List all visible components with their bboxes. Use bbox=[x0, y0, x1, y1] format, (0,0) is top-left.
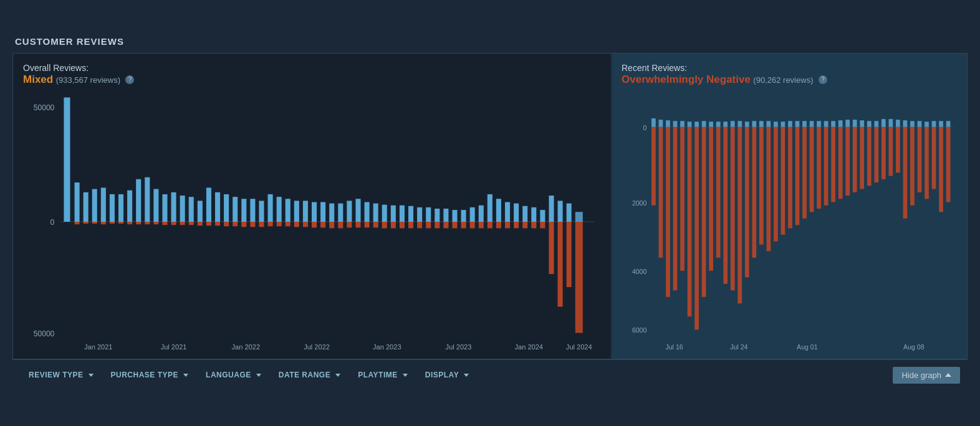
svg-rect-94 bbox=[347, 222, 352, 227]
svg-rect-185 bbox=[716, 126, 721, 257]
overall-count: (933,567 reviews) bbox=[56, 75, 120, 85]
svg-rect-19 bbox=[198, 201, 203, 222]
svg-rect-91 bbox=[320, 222, 325, 227]
svg-rect-209 bbox=[888, 126, 893, 176]
recent-score: Overwhelmingly Negative bbox=[622, 73, 751, 85]
svg-rect-74 bbox=[171, 222, 176, 225]
hide-graph-button[interactable]: Hide graph bbox=[893, 367, 960, 384]
svg-rect-156 bbox=[810, 121, 814, 126]
display-label: DISPLAY bbox=[425, 371, 459, 379]
svg-rect-114 bbox=[522, 222, 527, 229]
svg-rect-188 bbox=[737, 126, 742, 303]
svg-rect-215 bbox=[932, 126, 936, 189]
svg-rect-208 bbox=[882, 126, 886, 179]
svg-rect-61 bbox=[567, 203, 572, 221]
svg-rect-211 bbox=[903, 126, 908, 218]
svg-text:Jul 2022: Jul 2022 bbox=[304, 343, 330, 350]
svg-rect-187 bbox=[731, 126, 735, 290]
svg-rect-120 bbox=[575, 222, 583, 333]
right-chart-area: 0 2000 4000 6000 bbox=[622, 91, 957, 353]
svg-rect-137 bbox=[673, 121, 678, 126]
svg-rect-68 bbox=[118, 222, 123, 224]
svg-rect-169 bbox=[903, 120, 908, 127]
purchase-type-label: PURCHASE TYPE bbox=[111, 371, 179, 379]
svg-rect-80 bbox=[224, 222, 229, 226]
svg-text:Jan 2024: Jan 2024 bbox=[515, 343, 543, 350]
svg-rect-141 bbox=[702, 121, 706, 126]
playtime-filter[interactable]: PLAYTIME bbox=[349, 366, 416, 384]
svg-rect-98 bbox=[382, 222, 387, 229]
svg-rect-92 bbox=[329, 222, 334, 229]
svg-text:Jul 24: Jul 24 bbox=[730, 343, 747, 351]
svg-rect-107 bbox=[461, 222, 466, 229]
svg-rect-111 bbox=[496, 222, 501, 229]
svg-rect-78 bbox=[206, 222, 211, 225]
svg-rect-151 bbox=[774, 121, 778, 126]
review-type-label: REVIEW TYPE bbox=[29, 371, 84, 379]
language-chevron bbox=[256, 374, 261, 377]
svg-rect-178 bbox=[666, 126, 670, 296]
svg-rect-108 bbox=[470, 222, 475, 229]
svg-rect-66 bbox=[101, 222, 106, 224]
svg-rect-62 bbox=[575, 212, 583, 222]
svg-rect-86 bbox=[277, 222, 282, 226]
svg-rect-11 bbox=[127, 190, 132, 221]
recent-count: (90,262 reviews) bbox=[753, 75, 813, 85]
recent-help-icon[interactable]: ? bbox=[819, 75, 827, 84]
svg-rect-69 bbox=[127, 222, 132, 224]
svg-rect-20 bbox=[206, 187, 211, 222]
svg-rect-110 bbox=[488, 222, 492, 229]
svg-rect-33 bbox=[320, 202, 325, 222]
svg-rect-142 bbox=[709, 121, 713, 126]
svg-rect-119 bbox=[567, 222, 572, 287]
svg-text:Jul 2024: Jul 2024 bbox=[566, 343, 592, 350]
display-filter[interactable]: DISPLAY bbox=[416, 366, 478, 384]
svg-rect-21 bbox=[215, 192, 220, 221]
svg-rect-6 bbox=[84, 192, 89, 221]
svg-rect-191 bbox=[759, 126, 764, 244]
svg-rect-79 bbox=[215, 222, 220, 225]
svg-rect-216 bbox=[939, 126, 943, 212]
svg-rect-175 bbox=[946, 121, 951, 126]
svg-rect-99 bbox=[391, 222, 396, 229]
svg-rect-163 bbox=[860, 120, 864, 127]
svg-text:Jan 2022: Jan 2022 bbox=[232, 343, 260, 350]
purchase-type-filter[interactable]: PURCHASE TYPE bbox=[102, 366, 198, 384]
svg-rect-195 bbox=[788, 126, 792, 228]
svg-rect-89 bbox=[303, 222, 308, 227]
review-type-chevron bbox=[89, 374, 94, 377]
svg-rect-197 bbox=[802, 126, 807, 218]
date-range-filter[interactable]: DATE RANGE bbox=[270, 366, 349, 384]
svg-rect-14 bbox=[153, 189, 158, 222]
svg-rect-82 bbox=[241, 222, 246, 227]
svg-rect-206 bbox=[867, 126, 872, 186]
svg-rect-93 bbox=[338, 222, 343, 229]
svg-rect-24 bbox=[241, 199, 246, 222]
svg-rect-87 bbox=[286, 222, 291, 226]
svg-rect-31 bbox=[303, 201, 308, 222]
svg-rect-50 bbox=[470, 207, 475, 221]
svg-rect-106 bbox=[452, 222, 457, 229]
reviews-container: Overall Reviews: Mixed (933,567 reviews)… bbox=[12, 53, 968, 359]
svg-rect-138 bbox=[680, 121, 685, 126]
overall-score: Mixed bbox=[23, 73, 53, 85]
overall-help-icon[interactable]: ? bbox=[125, 75, 134, 84]
svg-rect-176 bbox=[651, 126, 656, 205]
svg-rect-85 bbox=[268, 222, 273, 226]
date-range-chevron bbox=[335, 374, 340, 377]
svg-rect-198 bbox=[810, 126, 814, 212]
svg-text:2000: 2000 bbox=[632, 199, 646, 207]
svg-rect-203 bbox=[845, 126, 850, 195]
svg-rect-165 bbox=[874, 121, 878, 126]
svg-rect-204 bbox=[853, 126, 857, 192]
language-filter[interactable]: LANGUAGE bbox=[197, 366, 270, 384]
svg-rect-170 bbox=[910, 121, 915, 126]
svg-rect-36 bbox=[347, 201, 352, 222]
svg-rect-189 bbox=[745, 126, 749, 277]
svg-rect-95 bbox=[355, 222, 360, 227]
svg-rect-32 bbox=[312, 202, 317, 222]
svg-text:Jul 2023: Jul 2023 bbox=[446, 343, 472, 350]
svg-rect-76 bbox=[189, 222, 194, 225]
review-type-filter[interactable]: REVIEW TYPE bbox=[20, 366, 102, 384]
svg-rect-15 bbox=[162, 194, 167, 221]
